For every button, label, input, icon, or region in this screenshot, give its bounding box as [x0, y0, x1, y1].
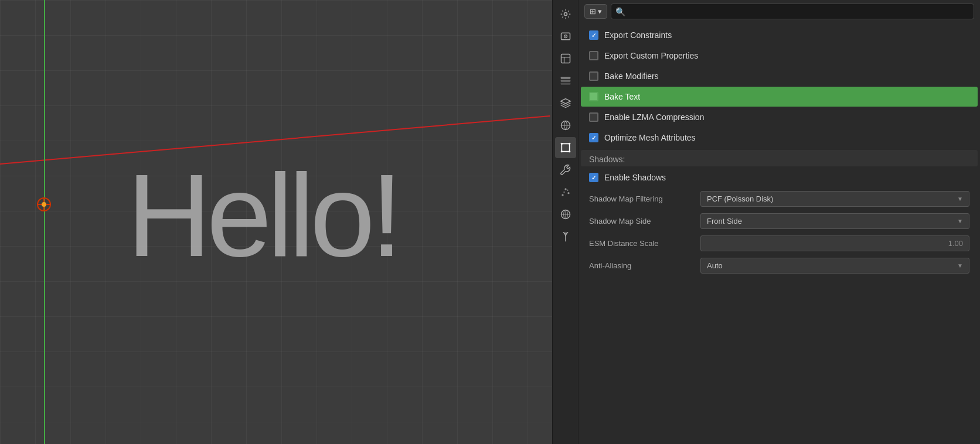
row-shadow-map-side: Shadow Map Side Front Side ▼	[581, 210, 978, 232]
sidebar: ⊞ ▾ 🔍 Export Constraints Export Custom P…	[552, 0, 980, 444]
icon-strip	[553, 0, 579, 444]
checkbox-enable-shadows[interactable]	[589, 173, 598, 182]
chevron-down-icon-2: ▼	[957, 218, 963, 224]
svg-point-16	[567, 192, 569, 194]
sidebar-icon-scene[interactable]	[555, 4, 576, 25]
label-shadow-map-filtering: Shadow Map Filtering	[589, 194, 695, 203]
sidebar-icon-constraints[interactable]	[555, 226, 576, 247]
svg-rect-4	[561, 54, 570, 63]
svg-point-10	[560, 143, 562, 145]
hello-text: Hello!	[127, 148, 398, 283]
chevron-down-icon-3: ▼	[957, 262, 963, 269]
prop-row-enable-shadows[interactable]: Enable Shadows	[581, 168, 978, 187]
label-enable-lzma: Enable LZMA Compression	[604, 112, 969, 122]
svg-point-13	[569, 151, 570, 152]
sidebar-icon-output[interactable]	[555, 48, 576, 69]
svg-point-14	[562, 194, 563, 196]
sidebar-icon-object[interactable]	[555, 137, 576, 158]
svg-rect-9	[562, 144, 569, 151]
svg-point-3	[565, 36, 566, 37]
svg-rect-6	[560, 80, 570, 81]
search-mode-button[interactable]: ⊞ ▾	[584, 4, 607, 19]
prop-row-export-custom-properties[interactable]: Export Custom Properties	[581, 46, 978, 66]
origin-dot	[42, 202, 46, 207]
input-esm-distance-scale[interactable]: 1.00	[700, 235, 969, 251]
checkbox-export-constraints[interactable]	[589, 30, 598, 40]
property-list: Export Constraints Export Custom Propert…	[579, 23, 980, 444]
svg-point-18	[567, 189, 569, 191]
shadows-section-header: Shadows:	[581, 150, 978, 166]
sidebar-icon-world[interactable]	[555, 115, 576, 136]
label-bake-text: Bake Text	[604, 92, 969, 101]
checkbox-optimize-mesh[interactable]	[589, 133, 598, 142]
prop-row-optimize-mesh[interactable]: Optimize Mesh Attributes	[581, 128, 978, 148]
label-optimize-mesh: Optimize Mesh Attributes	[604, 133, 969, 142]
row-anti-aliasing: Anti-Aliasing Auto ▼	[581, 255, 978, 276]
sidebar-icon-render[interactable]	[555, 26, 576, 47]
row-esm-distance-scale: ESM Distance Scale 1.00	[581, 233, 978, 254]
label-esm-distance-scale: ESM Distance Scale	[589, 239, 695, 248]
checkbox-export-custom-properties[interactable]	[589, 51, 598, 60]
svg-rect-7	[560, 83, 570, 84]
sidebar-icon-physics[interactable]	[555, 204, 576, 225]
sidebar-icon-particles[interactable]	[555, 182, 576, 203]
origin-marker	[37, 197, 51, 211]
label-export-custom-properties: Export Custom Properties	[604, 51, 969, 60]
y-axis-line	[44, 0, 45, 444]
label-export-constraints: Export Constraints	[604, 30, 969, 40]
prop-row-export-constraints[interactable]: Export Constraints	[581, 25, 978, 45]
row-shadow-map-filtering: Shadow Map Filtering PCF (Poisson Disk) …	[581, 188, 978, 210]
svg-point-0	[564, 13, 567, 16]
label-bake-modifiers: Bake Modifiers	[604, 71, 969, 81]
dropdown-anti-aliasing-value: Auto	[707, 261, 723, 270]
checkbox-bake-text[interactable]	[589, 92, 598, 101]
search-input[interactable]	[611, 4, 974, 19]
prop-row-enable-lzma[interactable]: Enable LZMA Compression	[581, 107, 978, 127]
dropdown-shadow-map-side[interactable]: Front Side ▼	[700, 213, 969, 229]
dropdown-anti-aliasing[interactable]: Auto ▼	[700, 258, 969, 274]
svg-point-11	[569, 143, 570, 145]
search-bar: ⊞ ▾ 🔍	[579, 0, 980, 23]
search-icon: 🔍	[615, 7, 625, 16]
label-shadow-map-side: Shadow Map Side	[589, 217, 695, 226]
dropdown-shadow-map-side-value: Front Side	[707, 217, 742, 226]
properties-panel: ⊞ ▾ 🔍 Export Constraints Export Custom P…	[579, 0, 980, 444]
dropdown-shadow-map-filtering[interactable]: PCF (Poisson Disk) ▼	[700, 191, 969, 207]
search-input-wrap: 🔍	[611, 4, 974, 19]
checkbox-bake-modifiers[interactable]	[589, 71, 598, 81]
search-mode-arrow: ▾	[598, 7, 602, 16]
checkbox-enable-lzma[interactable]	[589, 112, 598, 122]
sidebar-icon-viewlayer[interactable]	[555, 70, 576, 91]
label-enable-shadows: Enable Shadows	[604, 173, 969, 182]
3d-viewport[interactable]: Hello!	[0, 0, 552, 444]
prop-row-bake-modifiers[interactable]: Bake Modifiers	[581, 66, 978, 86]
chevron-down-icon: ▼	[957, 196, 963, 202]
svg-point-15	[564, 188, 566, 190]
sidebar-icon-scene-props[interactable]	[555, 93, 576, 114]
svg-point-17	[563, 192, 565, 193]
svg-rect-5	[560, 77, 570, 78]
sidebar-icon-modifier[interactable]	[555, 159, 576, 180]
prop-row-bake-text[interactable]: Bake Text	[581, 87, 978, 107]
label-anti-aliasing: Anti-Aliasing	[589, 261, 695, 270]
search-mode-icon: ⊞	[590, 7, 596, 16]
svg-point-12	[560, 151, 562, 152]
dropdown-shadow-map-filtering-value: PCF (Poisson Disk)	[707, 194, 773, 203]
